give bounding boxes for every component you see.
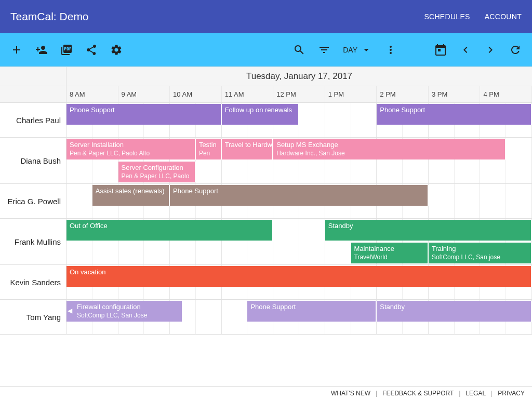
person-name: Charles Paul <box>0 103 66 137</box>
person-name: Kevin Sanders <box>0 265 66 299</box>
event[interactable]: Setup MS ExchangeHardware Inc., San Jose <box>273 139 506 159</box>
event[interactable]: Phone Support <box>377 104 532 125</box>
today-button[interactable] <box>428 37 453 62</box>
person-row: Frank MullinsOut of OfficeStandbyMaintai… <box>0 219 532 265</box>
track: MaintainanceTravelWorldTrainingSoftComp … <box>66 242 532 264</box>
footer-feedback[interactable]: FEEDBACK & SUPPORT <box>382 390 454 397</box>
person-add-icon <box>35 44 48 56</box>
event[interactable]: Phone Support <box>247 301 377 322</box>
hour-label: 8 AM <box>66 86 118 102</box>
event[interactable]: ◀Firewall configurationSoftComp LLC, San… <box>66 301 183 322</box>
search-button[interactable] <box>287 37 312 62</box>
dropdown-icon <box>361 44 372 56</box>
event[interactable]: Standby <box>377 301 532 322</box>
event-title: Standby <box>328 222 528 231</box>
app-title: TeamCal: Demo <box>10 10 89 23</box>
track: Server ConfigurationPen & Paper LLC, Pao… <box>66 161 532 183</box>
event[interactable]: On vacation <box>66 266 532 287</box>
event-title: Follow up on renewals <box>225 106 295 115</box>
hour-label: 1 PM <box>325 86 377 102</box>
event-title: Travel to Hardware <box>225 141 270 150</box>
hour-label: 4 PM <box>480 86 532 102</box>
event[interactable]: Phone Support <box>170 185 429 206</box>
footer-legal[interactable]: LEGAL <box>466 390 486 397</box>
prev-button[interactable] <box>453 37 478 62</box>
person-tracks: ◀Firewall configurationSoftComp LLC, San… <box>66 300 532 334</box>
event-subtitle: Pen <box>199 150 218 158</box>
person-row: Charles PaulPhone SupportFollow up on re… <box>0 103 532 138</box>
nav-schedules[interactable]: SCHEDULES <box>424 12 470 21</box>
person-tracks: On vacation <box>66 265 532 299</box>
person-tracks: Out of OfficeStandbyMaintainanceTravelWo… <box>66 219 532 264</box>
schedule-rows: Charles PaulPhone SupportFollow up on re… <box>0 103 532 335</box>
person-tracks: Phone SupportFollow up on renewalsPhone … <box>66 103 532 137</box>
toolbar: DAY <box>0 33 532 66</box>
event-subtitle: SoftComp LLC, San Jose <box>77 312 179 320</box>
search-icon <box>293 44 305 56</box>
event[interactable]: TrainingSoftComp LLC, San jose <box>429 243 532 263</box>
settings-button[interactable] <box>104 37 129 62</box>
person-tracks: Server InstallationPen & Paper LLC, Paol… <box>66 138 532 183</box>
hour-header: 8 AM9 AM10 AM11 AM12 PM1 PM2 PM3 PM4 PM <box>0 86 532 103</box>
add-person-button[interactable] <box>29 37 54 62</box>
person-name: Diana Bush <box>0 138 66 183</box>
chevron-right-icon <box>484 44 497 56</box>
person-row: Tom Yang◀Firewall configurationSoftComp … <box>0 300 532 335</box>
event-title: Maintainance <box>354 245 424 254</box>
event-title: Standby <box>380 303 528 312</box>
add-button[interactable] <box>4 37 29 62</box>
person-row: Erica G. PowellAssist sales (renewals)Ph… <box>0 184 532 219</box>
event-subtitle: Pen & Paper LLC, Paolo Alto <box>70 150 192 158</box>
hour-label: 10 AM <box>170 86 222 102</box>
more-button[interactable] <box>378 37 403 62</box>
share-button[interactable] <box>79 37 104 62</box>
footer-whatsnew[interactable]: WHAT'S NEW <box>331 390 370 397</box>
footer-privacy[interactable]: PRIVACY <box>498 390 525 397</box>
event[interactable]: TestinPen <box>196 139 222 159</box>
view-selector-label: DAY <box>343 46 357 54</box>
person-row: Kevin SandersOn vacation <box>0 265 532 300</box>
view-selector[interactable]: DAY <box>337 37 378 62</box>
more-vert-icon <box>384 44 397 56</box>
track: Out of OfficeStandby <box>66 219 532 242</box>
event-title: Setup MS Exchange <box>276 141 502 150</box>
event-title: Server Installation <box>70 141 192 150</box>
event[interactable]: Phone Support <box>66 104 222 125</box>
chevron-left-icon <box>459 44 472 56</box>
hour-label: 3 PM <box>429 86 481 102</box>
pdf-icon <box>60 44 73 56</box>
person-row: Diana BushServer InstallationPen & Paper… <box>0 138 532 184</box>
event[interactable]: Out of Office <box>66 220 273 241</box>
event-title: On vacation <box>70 268 528 277</box>
pdf-button[interactable] <box>54 37 79 62</box>
hour-label: 12 PM <box>273 86 325 102</box>
event-title: Firewall configuration <box>77 303 179 312</box>
track: Assist sales (renewals)Phone Support <box>66 184 532 207</box>
event[interactable]: Server ConfigurationPen & Paper LLC, Pao… <box>118 162 196 182</box>
filter-icon <box>318 44 330 56</box>
refresh-icon <box>509 44 522 56</box>
event[interactable]: Assist sales (renewals) <box>92 185 170 206</box>
filter-button[interactable] <box>312 37 337 62</box>
person-name: Tom Yang <box>0 300 66 334</box>
titlebar-links: SCHEDULES ACCOUNT <box>424 12 522 21</box>
person-tracks: Assist sales (renewals)Phone Support <box>66 184 532 218</box>
event[interactable]: Follow up on renewals <box>222 104 299 125</box>
person-name: Erica G. Powell <box>0 184 66 218</box>
event-subtitle: Hardware Inc., San Jose <box>276 150 502 158</box>
nav-account[interactable]: ACCOUNT <box>485 12 522 21</box>
date-header: Tuesday, January 17, 2017 <box>0 67 532 86</box>
hour-label: 2 PM <box>377 86 429 102</box>
event[interactable]: Travel to Hardware <box>222 139 274 159</box>
gear-icon <box>110 44 123 56</box>
event-title: Assist sales (renewals) <box>96 187 166 196</box>
event[interactable]: Standby <box>325 220 532 241</box>
event-title: Training <box>432 245 528 254</box>
event-title: Phone Support <box>380 106 528 115</box>
event-title: Phone Support <box>70 106 218 115</box>
calendar-today-icon <box>434 44 447 56</box>
event[interactable]: Server InstallationPen & Paper LLC, Paol… <box>66 139 196 159</box>
refresh-button[interactable] <box>503 37 528 62</box>
next-button[interactable] <box>478 37 503 62</box>
event[interactable]: MaintainanceTravelWorld <box>351 243 429 263</box>
